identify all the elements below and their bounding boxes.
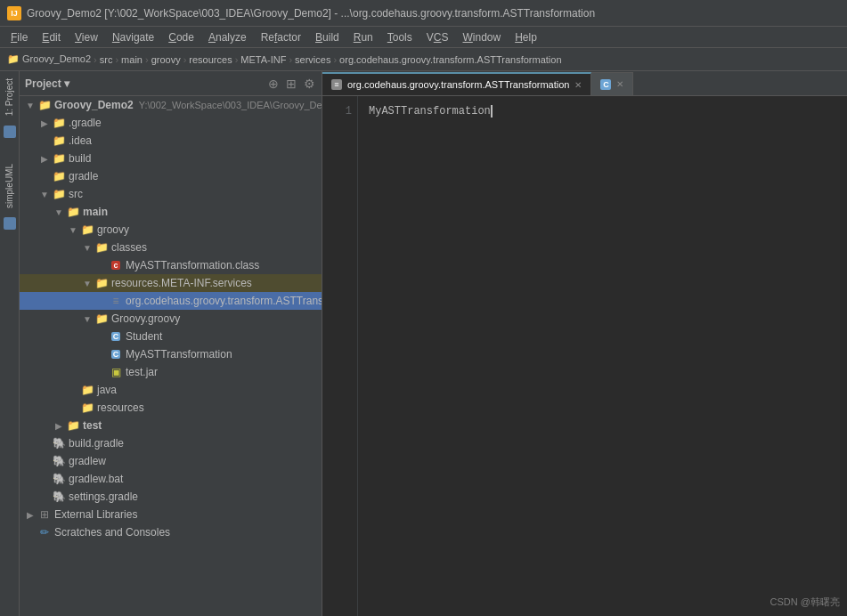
tree-item-myast-class[interactable]: c MyASTTransformation.class (20, 256, 322, 274)
tree-item-myast[interactable]: C MyASTTransformation (20, 345, 322, 363)
watermark: CSDN @韩曙亮 (770, 596, 840, 609)
tree-label: java (97, 384, 117, 396)
editor-tab-c[interactable]: C ✕ (591, 72, 633, 95)
tree-label: MyASTTransformation (126, 348, 232, 361)
add-icon[interactable]: ⊕ (266, 77, 281, 91)
sidebar-icon2 (4, 217, 16, 230)
toggle-icon[interactable]: ▼ (66, 225, 80, 235)
tree-item-ext-libs[interactable]: ▶ ⊞ External Libraries (20, 506, 322, 523)
breadcrumb-item[interactable]: resources (189, 54, 232, 65)
tree-item-src[interactable]: ▼ 📁 src (20, 185, 322, 203)
tab-close-button[interactable]: ✕ (574, 80, 582, 90)
tree-item-student[interactable]: C Student (20, 328, 322, 345)
folder-groovy-icon: 📁 (94, 312, 109, 326)
toggle-icon[interactable]: ▶ (37, 154, 52, 164)
tree-label: Groovy.groovy (111, 312, 180, 325)
tree-label: Groovy_Demo2 (54, 99, 134, 111)
gradle-file-icon: 🐘 (52, 490, 66, 504)
breadcrumb-item[interactable]: main (121, 54, 143, 65)
tree-item-resources[interactable]: 📁 resources (20, 399, 322, 417)
gradle-file-icon: 🐘 (52, 436, 66, 450)
tree-item-classes[interactable]: ▼ 📁 classes (20, 239, 322, 256)
tree-item-gradle[interactable]: ▶ 📁 .gradle (20, 114, 322, 132)
gradle-file-icon: 🐘 (52, 454, 66, 468)
tree-item-groovy-groovy[interactable]: ▼ 📁 Groovy.groovy (20, 310, 322, 328)
menu-navigate[interactable]: Navigate (105, 29, 161, 45)
tree-label: settings.gradle (69, 490, 138, 503)
code-text: MyASTTransformation (369, 103, 491, 119)
folder-icon: 📁 (52, 116, 66, 130)
folder-icon: 📁 (52, 134, 66, 148)
menu-refactor[interactable]: Refactor (254, 29, 308, 45)
menu-view[interactable]: View (68, 29, 105, 45)
tree-item-test-jar[interactable]: ▣ test.jar (20, 363, 322, 381)
tab-close-button[interactable]: ✕ (616, 79, 623, 89)
tree-item-gradlew-bat[interactable]: 🐘 gradlew.bat (20, 470, 322, 488)
sidebar-icon (4, 126, 16, 138)
folder-res-icon: 📁 (94, 276, 109, 290)
breadcrumb-item[interactable]: src (100, 54, 113, 65)
menu-file[interactable]: File (4, 29, 35, 45)
tree-path: Y:\002_WorkSpace\003_IDEA\Groovy_Demo2 (139, 100, 322, 110)
tree-item-root[interactable]: ▼ 📁 Groovy_Demo2 Y:\002_WorkSpace\003_ID… (20, 96, 322, 114)
toggle-icon[interactable]: ▼ (52, 207, 66, 217)
toggle-icon[interactable]: ▼ (80, 243, 94, 253)
breadcrumb-sep: › (333, 54, 337, 65)
toggle-icon[interactable]: ▶ (37, 118, 52, 128)
groovy-class-icon: C (109, 329, 123, 344)
tree-item-idea[interactable]: 📁 .idea (20, 132, 322, 150)
class-file-icon: c (109, 258, 123, 272)
toggle-icon[interactable]: ▼ (23, 101, 37, 110)
menu-run[interactable]: Run (346, 29, 380, 45)
file-tree: ▼ 📁 Groovy_Demo2 Y:\002_WorkSpace\003_ID… (20, 96, 322, 616)
toggle-icon[interactable]: ▼ (80, 279, 94, 288)
breadcrumb-item[interactable]: org.codehaus.groovy.transform.ASTTransfo… (339, 54, 561, 65)
tree-item-build-gradle[interactable]: 🐘 build.gradle (20, 434, 322, 452)
menu-code[interactable]: Code (161, 29, 201, 45)
toggle-icon[interactable]: ▼ (37, 190, 52, 199)
code-editor[interactable]: MyASTTransformation (358, 96, 847, 616)
layout-icon[interactable]: ⊞ (284, 77, 298, 91)
tree-item-settings-gradle[interactable]: 🐘 settings.gradle (20, 488, 322, 506)
tree-label: groovy (97, 223, 129, 236)
tab-file-icon: ≡ (331, 79, 342, 90)
tree-item-gradlew[interactable]: 🐘 gradlew (20, 452, 322, 470)
menu-build[interactable]: Build (308, 29, 346, 45)
editor-tab-bar: ≡ org.codehaus.groovy.transform.ASTTrans… (322, 71, 847, 96)
groovy-class-icon: C (109, 347, 123, 361)
toggle-icon[interactable]: ▶ (23, 510, 37, 520)
menu-tools[interactable]: Tools (380, 29, 419, 45)
breadcrumb-item[interactable]: services (295, 54, 330, 65)
tree-item-org-codehaus[interactable]: ≡ org.codehaus.groovy.transform.ASTTrans… (20, 292, 322, 310)
menu-help[interactable]: Help (508, 29, 544, 45)
tree-item-gradle2[interactable]: 📁 gradle (20, 167, 322, 185)
breadcrumb-item[interactable]: 📁 Groovy_Demo2 (7, 53, 91, 65)
breadcrumb-sep: › (183, 54, 187, 65)
sidebar-tab-simpleuml[interactable]: simpleUML (2, 158, 17, 214)
breadcrumb-item[interactable]: groovy (151, 54, 181, 65)
breadcrumb-item[interactable]: META-INF (240, 54, 286, 65)
tree-item-test[interactable]: ▶ 📁 test (20, 417, 322, 434)
tree-item-groovy[interactable]: ▼ 📁 groovy (20, 221, 322, 239)
tree-label: main (83, 206, 108, 218)
tree-item-resources-meta[interactable]: ▼ 📁 resources.META-INF.services (20, 274, 322, 292)
sidebar-tab-project[interactable]: 1: Project (2, 71, 17, 123)
menu-edit[interactable]: Edit (35, 29, 68, 45)
menu-window[interactable]: Window (455, 29, 508, 45)
tree-item-build[interactable]: ▶ 📁 build (20, 150, 322, 167)
toggle-icon[interactable]: ▼ (80, 314, 94, 324)
editor-tab-org[interactable]: ≡ org.codehaus.groovy.transform.ASTTrans… (322, 72, 591, 95)
menu-analyze[interactable]: Analyze (201, 29, 254, 45)
menu-vcs[interactable]: VCS (419, 29, 456, 45)
lib-icon: ⊞ (37, 507, 52, 522)
folder-icon: 📁 (52, 151, 66, 166)
tree-item-scratches[interactable]: ✏ Scratches and Consoles (20, 523, 322, 541)
tree-label: gradlew.bat (69, 473, 123, 485)
tree-item-java[interactable]: 📁 java (20, 381, 322, 399)
tree-item-main[interactable]: ▼ 📁 main (20, 203, 322, 221)
editor-content[interactable]: 1 MyASTTransformation (322, 96, 847, 616)
settings-icon[interactable]: ⚙ (302, 77, 316, 91)
vertical-sidebar: 1: Project simpleUML (0, 71, 20, 616)
toggle-icon[interactable]: ▶ (52, 421, 66, 431)
tree-label: Scratches and Consoles (54, 526, 170, 539)
